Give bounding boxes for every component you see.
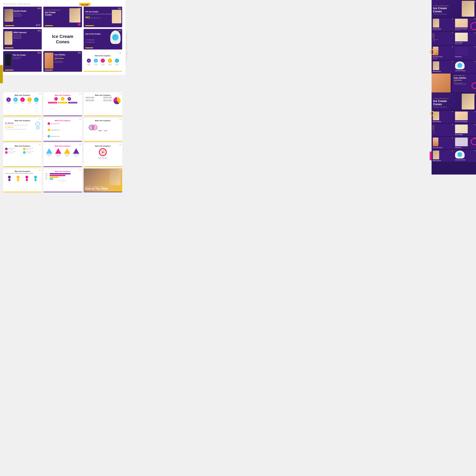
stat-label: OUR PRODUCTS bbox=[91, 17, 101, 19]
peanuts-photo bbox=[4, 31, 12, 45]
ices-sticks-label: Search for Info bbox=[54, 56, 65, 57]
simple-pres-label: A SIMPLE PRESENTATION bbox=[45, 10, 60, 11]
ice-cream-bowl bbox=[110, 31, 120, 44]
the-ice-cream-title-2: The Ice Cream bbox=[13, 54, 26, 56]
info-card-3[interactable]: Main Info Graphics SUBTITLE HERELorem ip… bbox=[84, 92, 122, 116]
vertical-template-text: GOOGLE SLIDES TEMPLATE bbox=[125, 32, 128, 62]
info-card-5[interactable]: Main Info Graphics 1 Detail Node Here | … bbox=[43, 118, 82, 141]
progress-bar-yellow bbox=[54, 58, 64, 59]
info-card-9-title: Main Info Graphics bbox=[85, 145, 120, 147]
slide-ice-cream-cones-1[interactable]: A SIMPLE PRESENTATION Ice CreamCones bbox=[43, 7, 82, 27]
info-card-6[interactable]: Main Info Graphics Subtitle Title Subtit… bbox=[84, 118, 122, 141]
info-card-8[interactable]: Main Info Graphics Grand Title Here Gran… bbox=[43, 143, 82, 167]
deco-circle-2 bbox=[78, 23, 81, 26]
slide-list-of-ice-cream[interactable]: List of Ice Cream 01. The Main Slide 02.… bbox=[84, 29, 122, 50]
presented-by: PRESENTED BY: VUNIRA DESIGN bbox=[3, 3, 122, 5]
info-card-4[interactable]: Main Info Graphics $ 1,109,131 Lorem ips… bbox=[3, 118, 42, 141]
yellow-bar-3 bbox=[85, 25, 94, 26]
main-title: Ice CreamCones bbox=[52, 34, 73, 44]
gslide-badge: GSLIDE bbox=[79, 3, 90, 7]
dots-1 bbox=[39, 93, 41, 95]
sticks-photo bbox=[45, 53, 53, 68]
slide-row-3: The Ice Cream Lorem ipsum dolor sit Pull… bbox=[3, 51, 122, 72]
info-card-7-title: Main Info Graphics bbox=[5, 145, 40, 147]
info-card-2[interactable]: Main Info Graphics 🔍 → ★ → 💡 SUBTITLE HE… bbox=[43, 92, 82, 116]
dots-2 bbox=[79, 93, 81, 95]
slide-the-ice-cream-2[interactable]: The Ice Cream Lorem ipsum dolor sit Pull… bbox=[3, 51, 42, 72]
end-slide-card[interactable]: A SIMPLE PRESENTATION End of The Slide bbox=[84, 169, 122, 174]
vanilla-peaks-label: The Main Slide bbox=[14, 13, 27, 14]
cone-photo-1 bbox=[69, 8, 81, 22]
gold-left-bar bbox=[0, 65, 3, 83]
end-photo bbox=[109, 169, 120, 174]
yellow-bar-5 bbox=[85, 48, 93, 48]
vanilla-peaks-title: Vanilla Peaks bbox=[14, 10, 27, 12]
yellow-bar-4 bbox=[5, 48, 14, 48]
center-title-card: Ice CreamCones bbox=[43, 29, 82, 50]
main-info-title-1: Main Info Graphics bbox=[85, 55, 120, 57]
info-card-10-title: Main Info Graphics bbox=[5, 170, 40, 172]
info-card-11-title: Main Info Graphics bbox=[45, 170, 80, 172]
info-row-3: Main Info Graphics 01 Subtitle Title Her… bbox=[3, 143, 122, 167]
with-peanuts-title: With Peanuts bbox=[14, 31, 27, 34]
info-row-2: Main Info Graphics $ 1,109,131 Lorem ips… bbox=[3, 118, 122, 141]
slide-the-ice-cream-1[interactable]: The Ice Cream Lorem ipsum dolor sit amet… bbox=[84, 7, 122, 27]
yellow-bar-2 bbox=[45, 25, 53, 26]
info-card-1[interactable]: Main Info Graphics ⊞ 01. DetailHere ★ 02… bbox=[3, 92, 42, 116]
slide-with-peanuts[interactable]: With Peanuts Lorem ipsum dolorLorem ipsu… bbox=[3, 29, 42, 50]
info-card-4-title: Main Info Graphics bbox=[5, 120, 40, 121]
info-card-11[interactable]: Main Info Graphics 110K 77K 33K bbox=[43, 169, 82, 174]
info-card-10[interactable]: Main Info Graphics SUBTITLE HERE | SUBTI… bbox=[3, 169, 42, 174]
slide-row-1: Vanilla Peaks The Main Slide Lorem ipsum… bbox=[3, 7, 122, 27]
info-card-9[interactable]: Main Info Graphics Search Slide Here Sea… bbox=[84, 143, 122, 167]
ice-cream-photo-1 bbox=[112, 10, 121, 23]
infographics-section: Main Info Graphics ⊞ 01. DetailHere ★ 02… bbox=[0, 90, 125, 174]
ice-cream-cones-title-1: Ice CreamCones bbox=[45, 11, 60, 16]
stat-number: 462 bbox=[85, 16, 90, 19]
ices-sticks-title: Ices Sticks bbox=[54, 53, 65, 56]
slide-ices-sticks[interactable]: Ices Sticks Search for Info 80% Lorem ip… bbox=[43, 51, 82, 72]
info-row-1: Main Info Graphics ⊞ 01. DetailHere ★ 02… bbox=[3, 92, 122, 116]
info-card-8-title: Main Info Graphics bbox=[45, 145, 80, 147]
deco-circle-teal bbox=[36, 24, 38, 26]
info-card-2-title: Main Info Graphics bbox=[45, 94, 80, 96]
yellow-bar-6 bbox=[5, 70, 14, 70]
info-card-6-title: Main Info Graphics bbox=[85, 120, 120, 121]
deco-circle-pink bbox=[38, 24, 40, 26]
yellow-bar-7 bbox=[45, 70, 53, 70]
slide-main-info-1[interactable]: Main Info Graphics ⊞ ★ ♦ ● ▲ 01. DetailH… bbox=[84, 51, 122, 72]
slide-row-2: With Peanuts Lorem ipsum dolorLorem ipsu… bbox=[3, 29, 122, 50]
slide-vanilla-peaks[interactable]: Vanilla Peaks The Main Slide Lorem ipsum… bbox=[3, 7, 42, 27]
info-card-7[interactable]: Main Info Graphics 01 Subtitle Title Her… bbox=[3, 143, 42, 167]
yellow-bar-1 bbox=[5, 25, 14, 26]
info-card-3-title: Main Info Graphics bbox=[85, 94, 120, 96]
info-card-1-title: Main Info Graphics bbox=[5, 94, 40, 96]
info-card-5-title: Main Info Graphics bbox=[45, 120, 80, 121]
yellow-bottom bbox=[84, 71, 122, 71]
main-area: PRESENTED BY: VUNIRA DESIGN GSLIDE Vanil… bbox=[0, 0, 125, 75]
phone-mockup bbox=[4, 53, 12, 66]
info-row-4: Main Info Graphics SUBTITLE HERE | SUBTI… bbox=[3, 169, 122, 174]
